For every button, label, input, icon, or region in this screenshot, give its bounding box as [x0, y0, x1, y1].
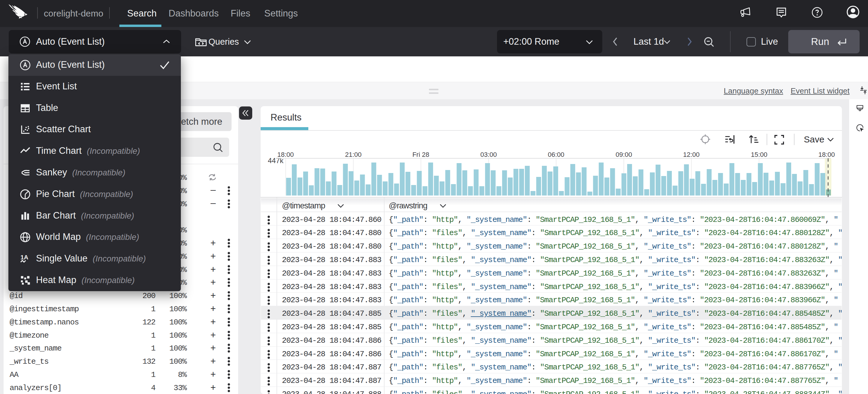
svg-text:1A: 1A — [21, 254, 28, 261]
